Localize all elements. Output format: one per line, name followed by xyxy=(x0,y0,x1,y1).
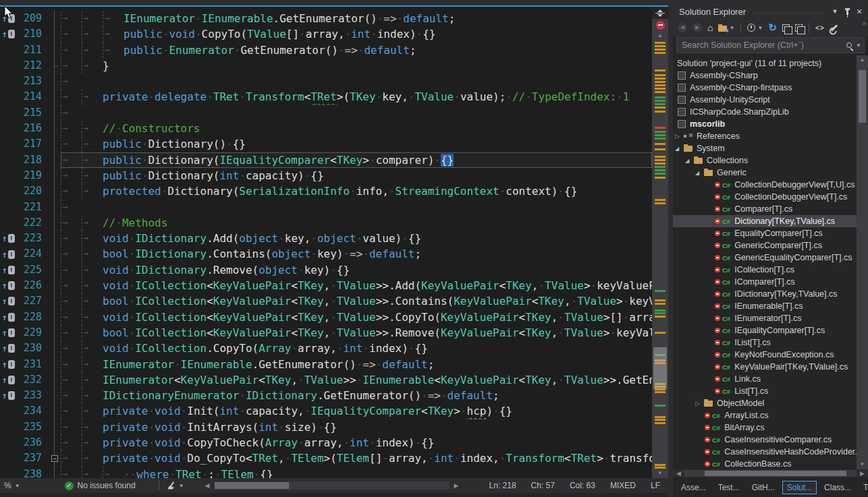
glyph-margin[interactable]: ↑I xyxy=(0,231,18,246)
code-text[interactable]: →→private·void·CopyToCheck(Array·array,·… xyxy=(61,435,652,450)
code-text[interactable]: →→void·IDictionary.Remove(object·key)·{} xyxy=(61,262,652,278)
glyph-margin[interactable] xyxy=(0,215,18,231)
code-text[interactable]: →→IEnumerator<KeyValuePair<TKey,·TValue>… xyxy=(61,372,652,388)
code-text[interactable]: →→void·ICollection<KeyValuePair<TKey,·TV… xyxy=(61,310,652,325)
code-text[interactable]: →→IEnumerator·IEnumerable.GetEnumerator(… xyxy=(61,357,652,372)
code-line[interactable]: ↑I224→→bool·IDictionary.Contains(object·… xyxy=(0,246,652,262)
editor-vertical-scrollbar[interactable]: ▲ ▼ xyxy=(652,7,668,478)
editor-splitter-handle[interactable] xyxy=(652,7,668,19)
code-text[interactable]: →→//·Methods xyxy=(61,215,652,231)
code-line[interactable]: 235→→private·void·InitArrays(int·size)·{… xyxy=(0,419,652,435)
code-text[interactable]: →→private·delegate·TRet·Transform<TRet>(… xyxy=(61,89,652,105)
code-line[interactable]: ↑I210→→→public·void·CopyTo(TValue[]·arra… xyxy=(0,26,652,42)
glyph-margin[interactable] xyxy=(0,42,18,58)
outline-margin[interactable] xyxy=(50,419,61,435)
code-line[interactable]: 236→→private·void·CopyToCheck(Array·arra… xyxy=(0,435,652,450)
code-text[interactable]: →→void·IDictionary.Add(object·key,·objec… xyxy=(61,231,652,246)
code-line[interactable]: ↑I233→→IDictionaryEnumerator·IDictionary… xyxy=(0,388,652,403)
pane-splitter[interactable] xyxy=(668,0,673,497)
glyph-margin[interactable] xyxy=(0,121,18,136)
expander-open-icon[interactable]: ◢ xyxy=(695,170,704,176)
outline-margin[interactable] xyxy=(50,231,61,246)
fold-collapse-button[interactable]: − xyxy=(51,455,58,462)
collapse-all-icon[interactable] xyxy=(780,21,792,34)
editor-horizontal-scrollbar[interactable] xyxy=(215,481,450,490)
tree-item-link-cs[interactable]: C#Link.cs xyxy=(673,373,857,385)
tree-item-generic[interactable]: ◢Generic xyxy=(673,167,857,179)
code-line[interactable]: ↑I230→→void·ICollection.CopyTo(Array·arr… xyxy=(0,341,652,356)
code-line[interactable]: ↑I232→→IEnumerator<KeyValuePair<TKey,·TV… xyxy=(0,372,652,388)
outline-margin[interactable] xyxy=(50,310,61,325)
glyph-margin[interactable] xyxy=(0,105,18,121)
document-health-indicator[interactable] xyxy=(652,19,668,31)
glyph-margin[interactable] xyxy=(0,89,18,105)
tree-item-assembly-unityscript[interactable]: Assembly-UnityScript xyxy=(673,94,857,106)
code-text[interactable]: →→public·Dictionary(IEqualityComparer<TK… xyxy=(61,152,652,168)
code-text[interactable]: →→void·ICollection.CopyTo(Array·array,·i… xyxy=(61,341,652,356)
hscroll-thumb[interactable] xyxy=(215,482,289,489)
code-text[interactable]: →→} xyxy=(61,58,652,74)
code-line[interactable]: 220→→protected·Dictionary(SerializationI… xyxy=(0,183,652,199)
tree-item-genericcomparer-t-cs[interactable]: C#GenericComparer[T].cs xyxy=(673,239,857,252)
tree-item-caseinsensitivehashcodeprovider-cs[interactable]: C#CaseInsensitiveHashCodeProvider.cs xyxy=(673,446,857,458)
tree-item-objectmodel[interactable]: ▷ObjectModel xyxy=(673,397,857,409)
chevron-down-icon[interactable]: ▼ xyxy=(856,42,861,49)
code-line[interactable]: ↑I231→→IEnumerator·IEnumerable.GetEnumer… xyxy=(0,357,652,372)
tree-item-keyvaluepair-tkey-tvalue-cs[interactable]: C#KeyValuePair[TKey,TValue].cs xyxy=(673,361,857,373)
code-text[interactable]: →→protected·Dictionary(SerializationInfo… xyxy=(61,183,652,199)
outline-margin[interactable] xyxy=(50,121,61,136)
switch-views-icon[interactable]: ▼ xyxy=(716,21,736,34)
outline-margin[interactable] xyxy=(50,152,61,168)
indentation-mode[interactable]: MIXED xyxy=(610,481,636,490)
tree-item-collectiondebuggerview-t-u-cs[interactable]: C#CollectionDebuggerView[T,U].cs xyxy=(673,179,857,191)
code-line[interactable]: 237−→→private·void·Do_CopyTo<TRet,·TElem… xyxy=(0,450,652,466)
glyph-margin[interactable] xyxy=(0,152,18,168)
code-text[interactable]: →→private·void·Init(int·capacity,·IEqual… xyxy=(61,403,652,419)
code-text[interactable]: →→bool·ICollection<KeyValuePair<TKey,·TV… xyxy=(61,293,652,309)
properties-icon[interactable] xyxy=(828,21,840,34)
tree-item-ienumerable-t-cs[interactable]: C#IEnumerable[T].cs xyxy=(673,300,857,312)
code-line[interactable]: 234→→private·void·Init(int·capacity,·IEq… xyxy=(0,403,652,419)
tool-window-tab-asse[interactable]: Asse... xyxy=(676,481,711,494)
hscroll-right-arrow-icon[interactable]: ▶ xyxy=(451,482,462,489)
code-text[interactable]: →→public·Dictionary(int·capacity)·{} xyxy=(61,168,652,183)
outline-margin[interactable] xyxy=(50,26,61,42)
view-code-icon[interactable]: <> xyxy=(813,21,827,34)
tool-window-tab-solut[interactable]: Solut... xyxy=(782,481,817,494)
code-line[interactable]: 212→→} xyxy=(0,58,652,74)
glyph-margin[interactable] xyxy=(0,419,18,435)
tree-item-genericequalitycomparer-t-cs[interactable]: C#GenericEqualityComparer[T].cs xyxy=(673,252,857,264)
code-text[interactable]: →→bool·ICollection<KeyValuePair<TKey,·TV… xyxy=(61,325,652,341)
code-text[interactable]: →→→··where·TRet·:·TElem·{} xyxy=(61,467,652,478)
hscroll-thumb[interactable] xyxy=(705,471,846,476)
tree-item-iequalitycomparer-t-cs[interactable]: C#IEqualityComparer[T].cs xyxy=(673,324,857,337)
tool-window-tab-gith[interactable]: GitH... xyxy=(747,481,780,494)
code-line[interactable]: ↑I223→→void·IDictionary.Add(object·key,·… xyxy=(0,231,652,246)
outline-margin[interactable] xyxy=(50,136,61,152)
glyph-margin[interactable] xyxy=(0,450,18,466)
tree-item-icollection-t-cs[interactable]: C#ICollection[T].cs xyxy=(673,264,857,276)
outline-margin[interactable] xyxy=(50,262,61,278)
window-menu-caret-icon[interactable]: ▼ xyxy=(829,6,841,17)
code-line[interactable]: 214→→private·delegate·TRet·Transform<TRe… xyxy=(0,89,652,105)
code-line[interactable]: 211→→→public·Enumerator·GetEnumerator()·… xyxy=(0,42,652,58)
code-text[interactable]: →→private·void·Do_CopyTo<TRet,·TElem>(TE… xyxy=(61,450,652,466)
glyph-margin[interactable] xyxy=(0,183,18,199)
scroll-up-arrow-icon[interactable]: ▲ xyxy=(857,55,868,65)
hscroll-right-arrow-icon[interactable]: ▶ xyxy=(857,470,868,477)
glyph-margin[interactable]: ↑I xyxy=(0,325,18,341)
glyph-margin[interactable]: ↑I xyxy=(0,310,18,325)
issues-indicator[interactable]: ✓ No issues found xyxy=(65,481,136,490)
code-text[interactable]: →→void·ICollection<KeyValuePair<TKey,·TV… xyxy=(61,278,652,293)
code-text[interactable]: →→→public·void·CopyTo(TValue[]·array,·in… xyxy=(61,26,652,42)
scrollbar-marker-track[interactable] xyxy=(652,40,668,469)
tree-item-equalitycomparer-t-cs[interactable]: C#EqualityComparer[T].cs xyxy=(673,227,857,239)
outline-margin[interactable] xyxy=(50,200,61,215)
code-line[interactable]: ↑I227→→bool·ICollection<KeyValuePair<TKe… xyxy=(0,293,652,309)
code-line[interactable]: 217→→public·Dictionary()·{} xyxy=(0,136,652,152)
outline-margin[interactable] xyxy=(50,246,61,262)
tree-item-collections[interactable]: ◢Collections xyxy=(673,154,857,167)
glyph-margin[interactable] xyxy=(0,136,18,152)
outline-margin[interactable] xyxy=(50,467,61,478)
tree-item-collectionbase-cs[interactable]: C#CollectionBase.cs xyxy=(673,458,857,469)
